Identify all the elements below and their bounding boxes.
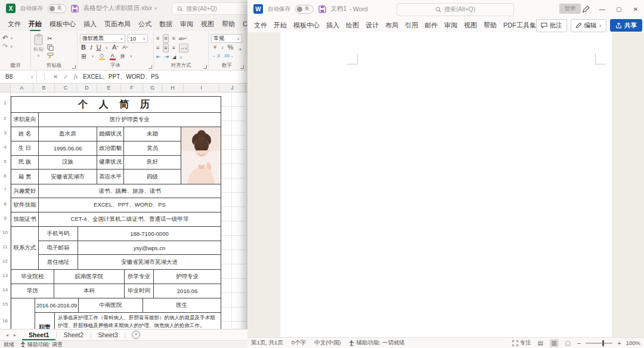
edu-cell[interactable]: 学历 [11,284,54,298]
paste-button[interactable]: 粘贴 ∨ [33,33,44,59]
web-layout-button[interactable]: ▢ [564,339,572,347]
number-format-select[interactable]: 常规∨ [211,34,242,43]
maximize-button[interactable]: ▢ [611,0,627,18]
enter-icon[interactable]: ✓ [63,73,68,80]
tab-view[interactable]: 视图 [201,20,214,29]
row-header[interactable]: 2 [0,116,10,121]
tab-file[interactable]: 文件 [254,21,267,30]
print-layout-button[interactable]: ▥ [550,339,559,347]
tab-choice-data[interactable]: Choice数据 [243,20,247,29]
field-value-cell[interactable]: 良好 [124,156,181,170]
row-header[interactable]: 13 [0,273,10,278]
prev-sheet-icon[interactable]: ◂ [6,332,8,338]
sheet-tab-2[interactable]: Sheet2 [57,329,90,340]
zoom-slider[interactable] [586,343,612,344]
row-header[interactable]: 5 [0,159,10,164]
field-value-cell[interactable]: 党员 [124,141,181,155]
comma-style-button[interactable]: ， [237,44,243,51]
contact-value-cell[interactable]: 188-7100-0000 [78,227,221,241]
contact-key-cell[interactable]: 手机号码 [39,227,78,241]
underline-button[interactable]: U [97,44,101,51]
tab-mailings[interactable]: 邮件 [425,21,438,30]
minimize-button[interactable]: — [594,0,611,18]
fx-icon[interactable]: fx [74,73,78,80]
field-value-cell[interactable]: 汉族 [39,156,97,170]
row-header[interactable]: 11 [0,244,10,250]
tab-help[interactable]: 帮助 [222,20,235,29]
zoom-level[interactable]: 100% [626,340,640,346]
fill-color-button[interactable]: ◇ [99,52,105,60]
tab-insert[interactable]: 插入 [83,20,97,29]
zoom-out-button[interactable]: − [577,340,581,347]
font-size-select[interactable]: 10∨ [128,34,148,43]
row-header[interactable]: 7 [0,187,10,192]
cancel-icon[interactable]: ✕ [53,73,58,80]
field-label-cell[interactable]: 健康状况 [97,156,124,170]
sheet-tab-1[interactable]: Sheet1 [22,329,55,340]
edu-cell[interactable]: 毕业院校 [11,270,54,284]
row-header[interactable]: 10 [0,230,10,235]
column-header[interactable]: D [77,84,97,92]
field-label-cell[interactable]: 政治面貌 [97,141,124,155]
row-header[interactable]: 9 [0,215,10,221]
job-intention-label-cell[interactable]: 求职意向 [11,113,39,127]
edu-cell[interactable]: 2016.06 [154,284,221,298]
edu-cell[interactable]: 所学专业 [125,270,154,284]
column-header[interactable]: J [219,84,246,92]
column-header[interactable]: B [33,84,55,92]
copy-icon[interactable] [47,44,54,51]
align-center-button[interactable]: ≡ [163,44,168,53]
align-middle-button[interactable]: ≡ [163,34,168,43]
chevron-down-icon[interactable]: ∨ [10,36,13,40]
italic-button[interactable]: I [90,44,92,51]
tab-help[interactable]: 帮助 [484,21,497,30]
chevron-down-icon[interactable]: ∨ [91,54,94,58]
row-header[interactable]: 15 [0,301,10,307]
tab-insert[interactable]: 插入 [326,21,339,30]
tab-file[interactable]: 文件 [8,20,21,29]
hobby-value-cell[interactable]: 读书、跳舞、旅游、读书 [39,184,221,198]
edu-cell[interactable]: 皖南医学院 [54,270,125,284]
field-value-cell[interactable]: 未婚 [124,127,181,141]
tab-draw[interactable]: 绘图 [346,21,359,30]
certificate-label-cell[interactable]: 技能证书 [11,213,39,226]
field-label-cell[interactable]: 英语水平 [97,170,124,184]
share-button[interactable]: 共享 [610,19,642,32]
tab-template-center[interactable]: 模板中心 [293,21,320,30]
row-header[interactable]: 3 [0,130,10,135]
bold-button[interactable]: B [81,44,86,51]
row-header[interactable]: 8 [0,201,10,207]
dialog-launcher-icon[interactable] [72,65,76,69]
percent-button[interactable]: % [227,44,233,51]
edu-cell[interactable]: 本科 [54,284,125,298]
column-header[interactable]: F [121,84,143,92]
dialog-launcher-icon[interactable] [148,65,152,69]
tab-template-center[interactable]: 模板中心 [49,20,76,29]
work-period-cell[interactable]: 2016.06-2016.09 [35,298,79,312]
zoom-slider-thumb[interactable] [602,340,604,346]
increase-indent-button[interactable]: ⇥ [165,53,169,61]
chevron-down-icon[interactable]: ∨ [106,46,108,50]
pen-icon[interactable] [577,0,594,18]
select-all-corner[interactable] [0,84,11,92]
contact-key-cell[interactable]: 居住地址 [39,255,78,269]
align-bottom-button[interactable]: ≡ [172,35,175,42]
work-role-cell[interactable]: 医生 [143,298,221,312]
tab-home[interactable]: 开始 [29,20,42,29]
borders-button[interactable]: ⊞ [81,53,86,60]
comments-button[interactable]: 批注 [536,19,567,32]
contact-value-cell[interactable]: 安徽省芜湖市芜湖大道 [78,255,221,269]
dialog-launcher-icon[interactable] [240,65,244,69]
field-value-cell[interactable]: 安徽省芜湖市 [39,170,97,184]
merge-center-button[interactable]: ↔∨ [179,44,188,53]
column-header[interactable]: I [184,84,219,92]
field-label-cell[interactable]: 民 族 [11,156,39,170]
tab-references[interactable]: 引用 [405,21,418,30]
column-header[interactable]: H [162,84,184,92]
increase-decimal-button[interactable]: ←.0 [212,52,220,60]
contact-value-cell[interactable]: ysy@wps.cn [78,241,221,255]
contact-key-cell[interactable]: 电子邮箱 [39,241,78,255]
hobby-label-cell[interactable]: 兴趣爱好 [11,184,39,198]
save-icon[interactable] [318,5,326,13]
word-count[interactable]: 0个字 [292,339,306,347]
